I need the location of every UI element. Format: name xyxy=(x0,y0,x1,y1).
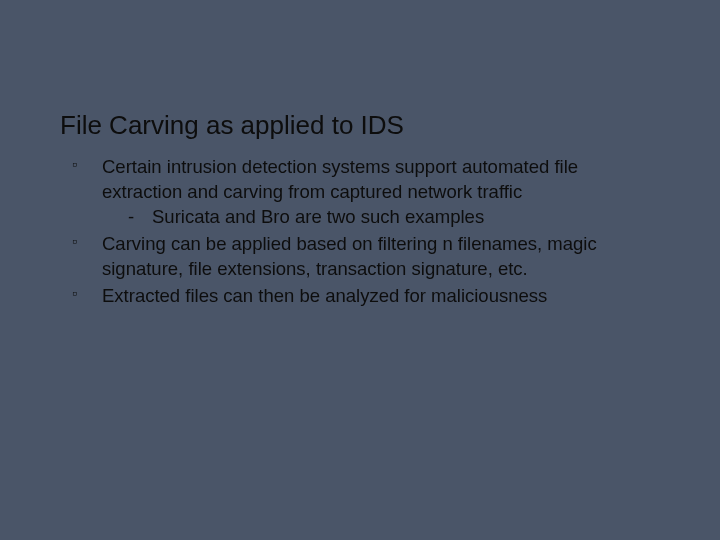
sub-list: Suricata and Bro are two such examples xyxy=(128,205,620,230)
sub-text: Suricata and Bro are two such examples xyxy=(152,206,484,227)
bullet-text: Carving can be applied based on filterin… xyxy=(102,233,597,279)
bullet-list: Certain intrusion detection systems supp… xyxy=(72,155,620,309)
bullet-item: Carving can be applied based on filterin… xyxy=(72,232,620,282)
slide-title: File Carving as applied to IDS xyxy=(60,110,660,141)
bullet-text: Extracted files can then be analyzed for… xyxy=(102,285,547,306)
bullet-item: Certain intrusion detection systems supp… xyxy=(72,155,620,230)
slide: File Carving as applied to IDS Certain i… xyxy=(0,0,720,540)
bullet-text: Certain intrusion detection systems supp… xyxy=(102,156,578,202)
bullet-item: Extracted files can then be analyzed for… xyxy=(72,284,620,309)
sub-item: Suricata and Bro are two such examples xyxy=(128,205,620,230)
slide-content: Certain intrusion detection systems supp… xyxy=(60,155,620,309)
